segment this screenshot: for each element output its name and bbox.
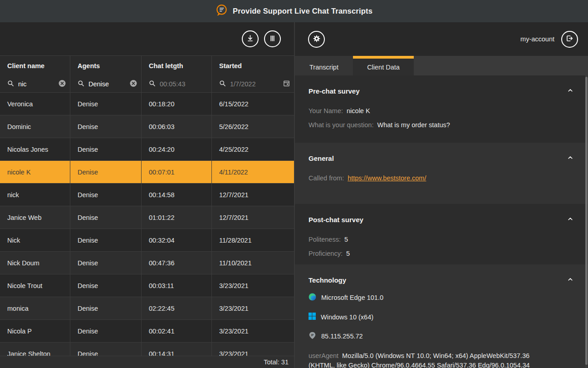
app-root: Provide Support Live Chat Transcripts bbox=[0, 0, 588, 368]
clear-icon bbox=[129, 80, 137, 89]
column-header-chat-length[interactable]: Chat letgth bbox=[142, 56, 212, 76]
field-your-name: Your Name:nicole K bbox=[309, 104, 574, 118]
cell-chat-length: 00:32:04 bbox=[142, 229, 212, 251]
client-data-content: Pre-chat survey Your Name:nicole K What … bbox=[295, 75, 588, 368]
table-row[interactable]: Nicolas Jones Denise 00:24:20 4/25/2022 bbox=[0, 138, 294, 161]
table-row[interactable]: monica Denise 02:22:45 3/23/2021 bbox=[0, 297, 294, 320]
tech-item-os: Windows 10 (x64) bbox=[309, 313, 574, 321]
chat-length-filter-input[interactable]: 00:05:43 bbox=[160, 80, 185, 88]
tab-transcript[interactable]: Transcript bbox=[295, 56, 353, 75]
chevron-up-icon bbox=[567, 216, 573, 224]
cell-agent: Denise bbox=[70, 93, 142, 115]
cell-started: 11/10/2021 bbox=[212, 252, 294, 274]
cell-chat-length: 02:22:45 bbox=[142, 297, 212, 319]
cell-agent: Denise bbox=[70, 161, 142, 183]
cell-started: 12/7/2021 bbox=[212, 206, 294, 229]
chevron-up-icon bbox=[567, 276, 573, 284]
search-icon bbox=[219, 80, 226, 89]
collapse-post-chat-button[interactable] bbox=[566, 215, 574, 224]
table-row[interactable]: Nick Denise 00:32:04 11/28/2021 bbox=[0, 229, 294, 252]
table-row[interactable]: Dominic Denise 00:06:03 5/26/2022 bbox=[0, 115, 294, 138]
clear-agents-filter-button[interactable] bbox=[129, 80, 137, 89]
collapse-pre-chat-button[interactable] bbox=[566, 86, 574, 96]
client-data-toolbar: my-account bbox=[295, 22, 588, 56]
table-row[interactable]: nick Denise 00:14:58 12/7/2021 bbox=[0, 184, 294, 206]
search-icon bbox=[149, 80, 156, 89]
logout-icon bbox=[565, 34, 574, 44]
cell-agent: Denise bbox=[70, 184, 142, 206]
search-icon bbox=[7, 80, 14, 89]
cell-client-name: Janice Web bbox=[0, 206, 70, 229]
tab-client-data[interactable]: Client Data bbox=[353, 56, 414, 75]
chevron-up-icon bbox=[567, 87, 573, 95]
cell-chat-length: 00:07:01 bbox=[142, 161, 212, 183]
client-data-tabs: Transcript Client Data bbox=[295, 56, 588, 75]
column-header-started[interactable]: Started bbox=[212, 56, 294, 76]
table-filter-row: nic Denise bbox=[0, 76, 294, 93]
clear-icon bbox=[58, 80, 66, 89]
cell-chat-length: 00:02:41 bbox=[142, 320, 212, 342]
table-row[interactable]: nicole K Denise 00:07:01 4/11/2022 bbox=[0, 161, 294, 184]
cell-agent: Denise bbox=[70, 297, 142, 319]
section-title: Technology bbox=[309, 276, 346, 284]
agents-filter[interactable]: Denise bbox=[70, 76, 142, 92]
client-data-panel: my-account Transcript Client Data bbox=[295, 22, 588, 368]
cell-chat-length: 00:06:03 bbox=[142, 115, 212, 138]
column-header-agents[interactable]: Agents bbox=[70, 56, 142, 76]
cell-started: 4/11/2022 bbox=[212, 161, 294, 183]
client-name-filter-input[interactable]: nic bbox=[18, 80, 27, 88]
date-picker-button[interactable] bbox=[283, 80, 290, 89]
scrollbar-thumb[interactable] bbox=[585, 77, 588, 365]
table-header-row: Client name Agents Chat letgth Started bbox=[0, 56, 294, 76]
cell-started: 3/23/2021 bbox=[212, 320, 294, 342]
clear-client-filter-button[interactable] bbox=[58, 80, 66, 89]
field-called-from: Called from:https://www.beststore.com/ bbox=[309, 171, 574, 185]
table-row[interactable]: Janice Web Denise 01:01:22 12/7/2021 bbox=[0, 206, 294, 229]
calendar-icon bbox=[283, 80, 290, 89]
columns-button[interactable] bbox=[264, 30, 281, 47]
cell-client-name: Nick bbox=[0, 229, 70, 251]
table-row[interactable]: Nicole Trout Denise 00:03:11 3/23/2021 bbox=[0, 274, 294, 297]
vertical-scrollbar[interactable] bbox=[585, 75, 588, 368]
cell-chat-length: 01:01:22 bbox=[142, 206, 212, 229]
cell-chat-length: 00:03:11 bbox=[142, 274, 212, 297]
column-header-client-name[interactable]: Client name bbox=[0, 56, 70, 76]
cell-agent: Denise bbox=[70, 229, 142, 251]
cell-client-name: Nick Doum bbox=[0, 252, 70, 274]
settings-button[interactable] bbox=[308, 31, 325, 48]
cell-agent: Denise bbox=[70, 206, 142, 229]
transcripts-toolbar bbox=[0, 22, 294, 56]
provide-support-logo-icon bbox=[216, 4, 228, 18]
collapse-general-button[interactable] bbox=[566, 154, 574, 163]
table-row[interactable]: Nicola P Denise 00:02:41 3/23/2021 bbox=[0, 320, 294, 343]
cell-started: 11/28/2021 bbox=[212, 229, 294, 251]
table-row[interactable]: Nick Doum Denise 00:47:36 11/10/2021 bbox=[0, 252, 294, 274]
section-title: Pre-chat survey bbox=[309, 87, 360, 95]
started-filter-input[interactable]: 1/7/2022 bbox=[230, 80, 255, 88]
client-name-filter[interactable]: nic bbox=[0, 76, 70, 92]
table-rows: Veronica Denise 00:18:20 6/15/2022 Domin… bbox=[0, 93, 294, 368]
agents-filter-input[interactable]: Denise bbox=[88, 80, 109, 88]
cell-started: 4/25/2022 bbox=[212, 138, 294, 160]
section-title: Post-chat survey bbox=[309, 216, 363, 224]
started-filter[interactable]: 1/7/2022 bbox=[212, 76, 294, 92]
windows-os-icon bbox=[309, 313, 316, 321]
total-count: Total: 31 bbox=[264, 358, 289, 366]
logout-button[interactable] bbox=[561, 31, 578, 48]
cell-chat-length: 00:24:20 bbox=[142, 138, 212, 160]
download-button[interactable] bbox=[242, 30, 259, 47]
table-row[interactable]: Veronica Denise 00:18:20 6/15/2022 bbox=[0, 93, 294, 115]
collapse-technology-button[interactable] bbox=[566, 275, 574, 285]
chat-length-filter[interactable]: 00:05:43 bbox=[142, 76, 212, 92]
field-question: What is your question:What is my order s… bbox=[309, 118, 574, 132]
app-header: Provide Support Live Chat Transcripts bbox=[0, 0, 588, 22]
tech-item-ip: IP 85.115.255.72 bbox=[309, 332, 574, 341]
section-title: General bbox=[309, 154, 334, 162]
cell-client-name: Nicolas Jones bbox=[0, 138, 70, 160]
edge-browser-icon bbox=[309, 293, 316, 302]
field-politeness: Politeness:5 bbox=[309, 233, 574, 247]
section-pre-chat-survey: Pre-chat survey Your Name:nicole K What … bbox=[295, 75, 588, 143]
called-from-link[interactable]: https://www.beststore.com/ bbox=[348, 174, 426, 182]
field-user-agent: userAgentMozilla/5.0 (Windows NT 10.0; W… bbox=[309, 351, 545, 368]
chevron-up-icon bbox=[567, 154, 573, 162]
